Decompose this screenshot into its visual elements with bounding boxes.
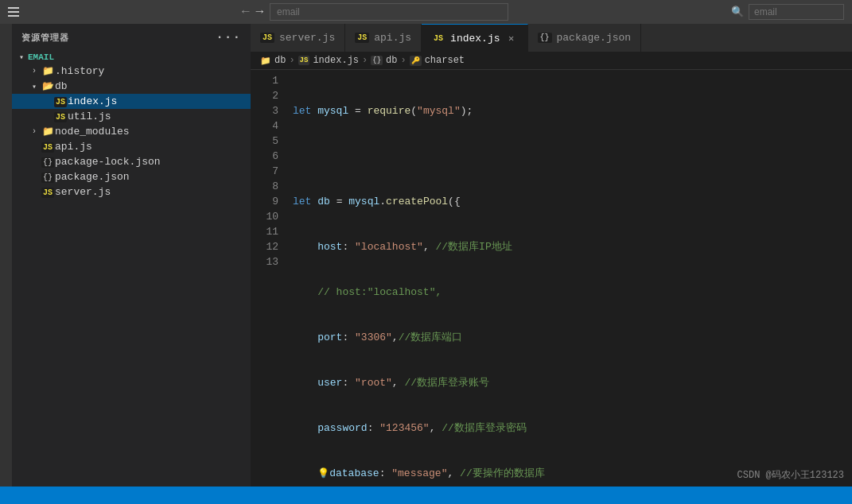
editor-content: 12345 678910 111213 let mysql = require(… <box>251 70 852 487</box>
arrow-icon: › <box>28 127 41 136</box>
sidebar-more-button[interactable]: ··· <box>216 30 241 45</box>
code-line-7: user: "root", //数据库登录账号 <box>293 375 852 390</box>
js-file-icon: JS <box>53 96 68 107</box>
breadcrumb: 📁 db › JS index.js › {} db › 🔑 charset <box>251 52 852 70</box>
code-editor[interactable]: let mysql = require("mysql"); let db = m… <box>286 70 852 487</box>
breadcrumb-db2[interactable]: db <box>386 55 397 66</box>
breadcrumb-key-icon: 🔑 <box>410 56 422 66</box>
tabs-bar: JS server.js JS api.js JS index.js ✕ {} … <box>251 24 852 52</box>
code-line-1: let mysql = require("mysql"); <box>293 103 852 118</box>
json-file-icon: {} <box>41 172 55 183</box>
hamburger-menu[interactable] <box>8 7 19 17</box>
code-line-8: password: "123456", //数据库登录密码 <box>293 421 852 436</box>
json-file-icon: {} <box>41 157 55 168</box>
sidebar-item-node-modules[interactable]: › 📁 node_modules <box>12 124 251 139</box>
breadcrumb-sep: › <box>362 55 368 66</box>
breadcrumb-charset[interactable]: charset <box>425 55 465 66</box>
titlebar-right: 🔍 <box>731 4 844 20</box>
code-line-5: // host:"localhost", <box>293 285 852 300</box>
sidebar-item-util-js[interactable]: JS util.js <box>12 109 251 124</box>
main-layout: 资源管理器 ··· ▾ EMAIL › 📁 .history ▾ 📂 db <box>0 24 852 487</box>
breadcrumb-folder-icon: 📁 <box>260 56 271 66</box>
sidebar-title: 资源管理器 <box>21 32 69 44</box>
js-file-icon: JS <box>41 142 55 153</box>
js-tab-icon: JS <box>260 33 274 43</box>
titlebar-center: ← → <box>242 3 508 21</box>
sidebar-item-index-js[interactable]: JS index.js <box>12 94 251 109</box>
breadcrumb-db[interactable]: db <box>274 55 286 66</box>
nav-forward-button[interactable]: → <box>256 5 264 19</box>
sidebar: 资源管理器 ··· ▾ EMAIL › 📁 .history ▾ 📂 db <box>12 24 251 487</box>
sidebar-item-label: node_modules <box>55 126 251 138</box>
sidebar-item-package-lock-json[interactable]: {} package-lock.json <box>12 154 251 169</box>
sidebar-item-label: db <box>55 80 251 92</box>
arrow-icon: ▾ <box>28 82 41 91</box>
arrow-icon: › <box>28 67 41 76</box>
editor-area: JS server.js JS api.js JS index.js ✕ {} … <box>251 24 852 487</box>
sidebar-item-label: server.js <box>55 186 251 198</box>
breadcrumb-indexjs[interactable]: index.js <box>313 55 359 66</box>
sidebar-item-label: util.js <box>68 110 251 122</box>
titlebar-left <box>8 7 19 17</box>
sidebar-item-server-js[interactable]: JS server.js <box>12 184 251 200</box>
json-tab-icon: {} <box>538 33 552 43</box>
tab-label: api.js <box>374 32 411 44</box>
sidebar-item-history[interactable]: › 📁 .history <box>12 64 251 79</box>
sidebar-item-label: index.js <box>68 95 251 107</box>
search-icon: 🔍 <box>731 6 744 18</box>
tab-close-button[interactable]: ✕ <box>505 32 518 45</box>
sidebar-item-label: .history <box>55 65 251 77</box>
sidebar-item-label: api.js <box>55 141 251 153</box>
js-file-icon: JS <box>41 187 55 198</box>
arrow-icon: ▾ <box>15 52 28 62</box>
nav-back-button[interactable]: ← <box>242 5 250 19</box>
status-bar <box>0 487 852 504</box>
code-line-6: port: "3306",//数据库端口 <box>293 330 852 345</box>
main-search-input[interactable] <box>270 3 508 21</box>
folder-icon: 📁 <box>41 126 55 138</box>
sidebar-header: 资源管理器 ··· <box>12 24 251 51</box>
tab-label: server.js <box>279 32 335 44</box>
breadcrumb-sep: › <box>289 55 294 66</box>
line-numbers: 12345 678910 111213 <box>251 70 286 487</box>
sidebar-item-api-js[interactable]: JS api.js <box>12 139 251 154</box>
titlebar: ← → 🔍 <box>0 0 852 24</box>
tab-package-json[interactable]: {} package.json <box>528 24 642 52</box>
js-tab-icon: JS <box>355 33 369 43</box>
folder-open-icon: 📂 <box>41 80 55 92</box>
activity-bar <box>0 24 12 487</box>
tab-label: index.js <box>450 33 500 45</box>
sidebar-item-package-json[interactable]: {} package.json <box>12 169 251 184</box>
breadcrumb-js-icon: JS <box>298 56 310 65</box>
tab-index-js[interactable]: JS index.js ✕ <box>422 24 527 52</box>
tab-api-js[interactable]: JS api.js <box>345 24 422 52</box>
sidebar-tree: ▾ EMAIL › 📁 .history ▾ 📂 db JS index.js <box>12 51 251 487</box>
breadcrumb-sep: › <box>400 55 406 66</box>
sidebar-item-db[interactable]: ▾ 📂 db <box>12 79 251 94</box>
code-line-2 <box>293 149 852 164</box>
js-file-icon: JS <box>53 111 68 122</box>
top-search-input[interactable] <box>749 4 844 20</box>
code-line-4: host: "localhost", //数据库IP地址 <box>293 239 852 254</box>
js-tab-icon: JS <box>431 33 445 44</box>
watermark: CSDN @码农小王123123 <box>737 468 844 482</box>
folder-icon: 📁 <box>41 65 55 77</box>
sidebar-item-label: package-lock.json <box>55 156 251 168</box>
tab-label: package.json <box>557 32 632 44</box>
breadcrumb-obj-icon: {} <box>371 56 383 65</box>
code-line-3: let db = mysql.createPool({ <box>293 194 852 209</box>
email-root-label: EMAIL <box>28 52 54 62</box>
tab-server-js[interactable]: JS server.js <box>251 24 345 52</box>
sidebar-item-email[interactable]: ▾ EMAIL <box>12 51 251 64</box>
sidebar-item-label: package.json <box>55 171 251 183</box>
